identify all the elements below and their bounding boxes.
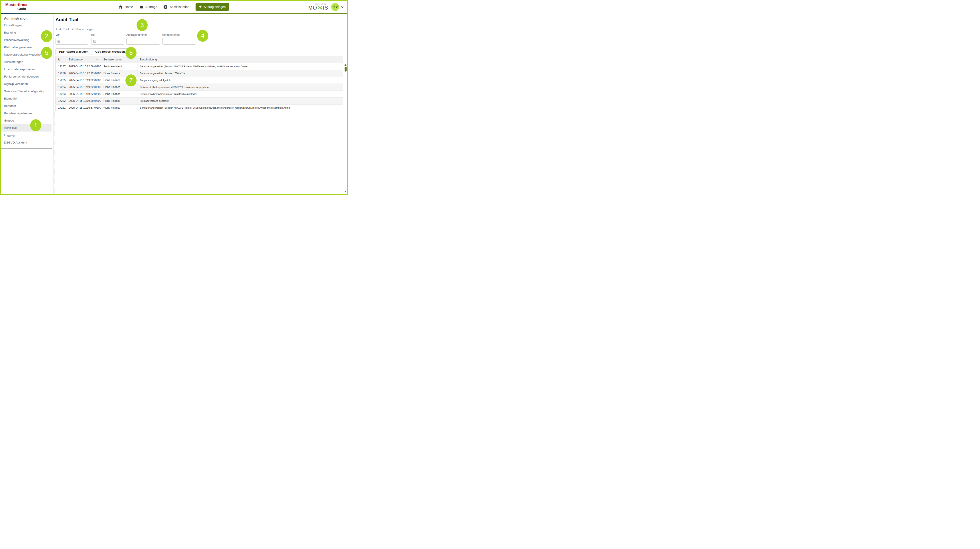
annotation-badge-3: 3: [137, 19, 148, 31]
cell-timestamp: 2025-04-15 10:19:32+0200: [66, 77, 101, 84]
gear-icon: [164, 5, 168, 9]
page-title: Audit Trail: [56, 17, 347, 22]
cell-timestamp: 2025-04-15 10:22:12+0200: [66, 70, 101, 77]
sidebar-item-audit-trail[interactable]: Audit Trail: [1, 124, 51, 131]
benutzername-field: [162, 38, 196, 45]
auftragsnummer-input[interactable]: [127, 38, 160, 45]
nav-item-administration[interactable]: Administration: [164, 5, 189, 9]
sidebar-item-lizenzdatei-exportieren[interactable]: Lizenzdatei exportieren: [1, 65, 51, 73]
bis-date-field: [91, 38, 124, 45]
company-logo-line1: Musterfirma: [5, 3, 27, 7]
report-buttons: PDF Report erzeugen CSV Report erzeugen: [56, 48, 347, 55]
bis-label: Bis: [91, 34, 124, 37]
sidebar-item-dsgvo-auskunft[interactable]: DSGVO Auskunft: [1, 139, 51, 146]
cell-description: Dokument (Auftragsnummer #1050820) erfol…: [137, 84, 343, 91]
bis-input[interactable]: [98, 38, 124, 45]
table-row: 17285 2025-04-15 10:19:32+0200 Fiona Fin…: [56, 77, 343, 84]
pdf-report-button[interactable]: PDF Report erzeugen: [56, 48, 92, 55]
column-header-id[interactable]: Id: [56, 56, 66, 63]
benutzername-label: Benutzername: [162, 34, 196, 37]
avatar[interactable]: [331, 3, 339, 11]
filter-section-link[interactable]: Audit Trail mit Filter anzeigen: [56, 27, 94, 31]
table-row: 17287 2025-04-15 10:22:56+0200 Armin Ass…: [56, 63, 343, 70]
sort-desc-icon: [96, 59, 98, 60]
plus-icon: +: [199, 5, 202, 9]
nav-item-auftraege[interactable]: Aufträge: [139, 5, 157, 9]
cell-description: Freigabevorgang erfolgreich: [137, 77, 343, 84]
cell-id: 17282: [56, 97, 66, 104]
app-header: Musterfirma GmbH Home Aufträge: [1, 1, 347, 13]
cell-timestamp: 2025-04-15 10:22:56+0200: [66, 63, 101, 70]
moxis-brand: powered by MO IS: [308, 3, 328, 11]
audit-trail-table: Id Zeitstempel Benutzername Beschreibung…: [56, 56, 343, 111]
annotation-badge-2: 2: [41, 30, 52, 42]
brand-letters-right: IS: [323, 5, 328, 11]
cell-id: 17283: [56, 91, 66, 97]
cell-user: Fiona Finance: [101, 91, 137, 97]
cell-description: Benutzer (Albert Administrator) zusätzli…: [137, 91, 343, 97]
create-auftrag-label: Auftrag anlegen: [204, 5, 226, 9]
scroll-down-arrow-icon[interactable]: [344, 191, 347, 192]
header-right: powered by MO IS: [308, 3, 344, 11]
sidebar-item-swisscom-siegel-konfiguration[interactable]: Swisscom Siegel Konfiguration: [1, 88, 51, 95]
sidebar-item-biometrie[interactable]: Biometrie: [1, 95, 51, 102]
sidebar-item-einstellungen[interactable]: Einstellungen: [1, 22, 51, 29]
sidebar-item-logging[interactable]: Logging: [1, 131, 51, 139]
column-header-zeitstempel[interactable]: Zeitstempel: [66, 56, 101, 63]
table-row: 17286 2025-04-15 10:22:12+0200 Fiona Fin…: [56, 70, 343, 77]
sidebar-item-gruppe[interactable]: Gruppe: [1, 117, 51, 124]
csv-report-button[interactable]: CSV Report erzeugen: [92, 48, 128, 55]
top-nav: Home Aufträge A: [119, 1, 229, 13]
auftragsnummer-field: [126, 38, 160, 45]
cell-id: 17281: [56, 104, 66, 111]
nav-item-home[interactable]: Home: [119, 5, 133, 9]
folder-icon: [139, 5, 143, 9]
table-row: 17283 2025-04-15 10:19:32+0200 Fiona Fin…: [56, 91, 343, 97]
scrollbar-thumb[interactable]: [345, 67, 347, 72]
column-header-label: Zeitstempel: [69, 58, 83, 61]
cell-timestamp: 2025-04-15 10:19:32+0200: [66, 84, 101, 91]
table-row: 17281 2025-04-15 10:16:57+0200 Fiona Fin…: [56, 104, 343, 111]
moxis-x-icon: [318, 5, 322, 11]
cell-timestamp: 2025-04-15 10:19:29+0200: [66, 97, 101, 104]
vertical-scrollbar[interactable]: [344, 63, 347, 194]
app-root: { "colors": { "frame_green": "#a6d320", …: [0, 0, 348, 195]
sidebar-item-fehlerbenachrichtigungen[interactable]: Fehlerbenachrichtigungen: [1, 73, 51, 80]
avatar-initials-kana: [333, 5, 338, 9]
sidebar-item-benutzer[interactable]: Benutzer: [1, 102, 51, 110]
company-logo: Musterfirma GmbH: [5, 3, 27, 11]
sidebar-item-auswertungen[interactable]: Auswertungen: [1, 58, 51, 65]
cell-timestamp: 2025-04-15 10:16:57+0200: [66, 104, 101, 111]
calendar-icon[interactable]: [56, 38, 62, 45]
cell-description: Benutzer abgemeldet. Session: 760be2de: [137, 70, 343, 77]
cell-description: Benutzer angemeldet (Session / MOXIS Rol…: [137, 63, 343, 70]
cell-user: Fiona Finance: [101, 97, 137, 104]
von-input[interactable]: [62, 38, 88, 45]
cell-id: 17284: [56, 84, 66, 91]
cell-user: Fiona Finance: [101, 104, 137, 111]
auftragsnummer-label: Auftragsnummer: [126, 34, 160, 37]
sidebar-item-xignup-verbinden[interactable]: XignUp verbinden: [1, 80, 51, 88]
left-scroll-track: [54, 112, 55, 194]
column-header-beschreibung[interactable]: Beschreibung: [137, 56, 343, 63]
table-row: 17284 2025-04-15 10:19:32+0200 Fiona Fin…: [56, 84, 343, 91]
scroll-up-arrow-icon[interactable]: [344, 64, 347, 66]
cell-id: 17287: [56, 63, 66, 70]
annotation-badge-7: 7: [126, 74, 137, 86]
sidebar-item-benutzer-registrieren[interactable]: Benutzer registrieren: [1, 110, 51, 117]
nav-label: Home: [125, 5, 133, 9]
benutzername-input[interactable]: [162, 38, 196, 45]
annotation-badge-5: 5: [41, 47, 52, 59]
annotation-badge-6: 6: [126, 47, 137, 59]
chevron-down-icon[interactable]: [341, 5, 344, 9]
table-header-row: Id Zeitstempel Benutzername Beschreibung: [56, 56, 343, 63]
nav-label: Administration: [170, 5, 189, 9]
cell-user: Armin Assistent: [101, 63, 137, 70]
von-label: Von: [56, 34, 88, 37]
cell-description: Benutzer angemeldet (Session / MOXIS Rol…: [137, 104, 343, 111]
company-logo-line2: GmbH: [5, 7, 27, 11]
create-auftrag-button[interactable]: + Auftrag anlegen: [196, 3, 229, 11]
cell-timestamp: 2025-04-15 10:19:32+0200: [66, 91, 101, 97]
calendar-icon[interactable]: [91, 38, 98, 45]
cell-description: Freigabevorgang gestartet: [137, 97, 343, 104]
